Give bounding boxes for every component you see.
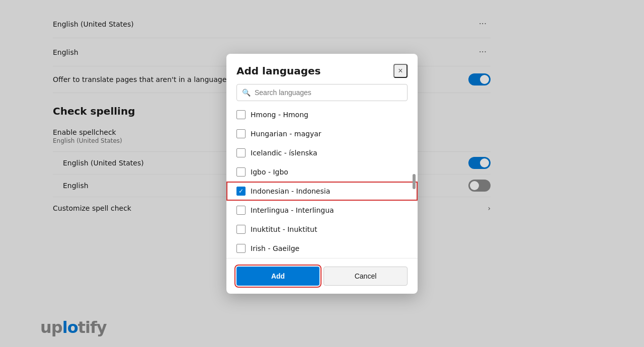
lang-item-icelandic[interactable]: Icelandic - íslenska xyxy=(226,143,418,162)
lang-label-hungarian: Hungarian - magyar xyxy=(251,130,321,138)
search-icon: 🔍 xyxy=(242,89,251,97)
modal-header: Add languages × xyxy=(226,54,418,84)
lang-label-indonesian: Indonesian - Indonesia xyxy=(251,187,330,195)
modal-footer: Add Cancel xyxy=(226,258,418,294)
lang-item-igbo[interactable]: Igbo - Igbo xyxy=(226,162,418,182)
lang-item-irish[interactable]: Irish - Gaeilge xyxy=(226,239,418,258)
language-list: Hmong - Hmong Hungarian - magyar Iceland… xyxy=(226,105,418,258)
modal-close-button[interactable]: × xyxy=(393,64,408,78)
lang-checkbox-irish[interactable] xyxy=(236,244,246,253)
lang-checkbox-interlingua[interactable] xyxy=(236,206,246,215)
lang-label-irish: Irish - Gaeilge xyxy=(251,244,299,252)
lang-checkbox-igbo[interactable] xyxy=(236,167,246,177)
lang-label-hmong: Hmong - Hmong xyxy=(251,111,308,119)
lang-item-inuktitut[interactable]: Inuktitut - Inuktitut xyxy=(226,220,418,239)
lang-label-interlingua: Interlingua - Interlingua xyxy=(251,206,334,214)
lang-label-icelandic: Icelandic - íslenska xyxy=(251,149,317,157)
lang-checkbox-inuktitut[interactable] xyxy=(236,225,246,234)
language-search-input[interactable] xyxy=(255,89,402,97)
lang-checkbox-hmong[interactable] xyxy=(236,110,246,119)
language-search-box[interactable]: 🔍 xyxy=(236,84,408,101)
add-button[interactable]: Add xyxy=(236,267,319,286)
lang-item-indonesian[interactable]: Indonesian - Indonesia xyxy=(226,182,418,201)
add-languages-modal: Add languages × 🔍 Hmong - Hmong Hungaria… xyxy=(226,54,418,294)
lang-checkbox-icelandic[interactable] xyxy=(236,148,246,157)
lang-item-interlingua[interactable]: Interlingua - Interlingua xyxy=(226,201,418,220)
lang-item-hmong[interactable]: Hmong - Hmong xyxy=(226,105,418,124)
modal-overlay: Add languages × 🔍 Hmong - Hmong Hungaria… xyxy=(0,0,644,347)
lang-checkbox-indonesian[interactable] xyxy=(236,187,246,196)
scrollbar-thumb[interactable] xyxy=(413,174,416,189)
modal-title: Add languages xyxy=(236,65,321,77)
lang-checkbox-hungarian[interactable] xyxy=(236,129,246,138)
lang-label-inuktitut: Inuktitut - Inuktitut xyxy=(251,225,317,233)
cancel-button[interactable]: Cancel xyxy=(324,267,408,286)
lang-item-hungarian[interactable]: Hungarian - magyar xyxy=(226,124,418,143)
lang-label-igbo: Igbo - Igbo xyxy=(251,168,288,176)
